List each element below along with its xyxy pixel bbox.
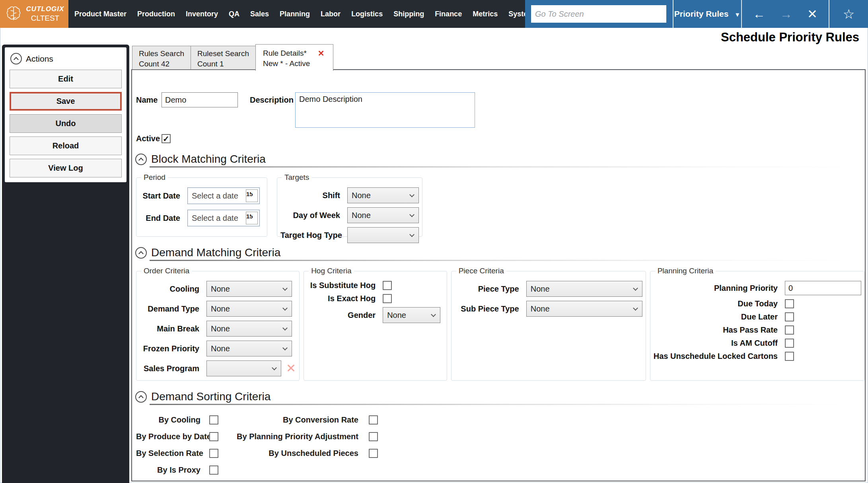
end-date-input[interactable]: Select a date 15 [187, 210, 260, 226]
planning-priority-input[interactable] [785, 281, 861, 295]
goto-screen-input[interactable] [531, 5, 666, 23]
cooling-select[interactable]: None [206, 281, 292, 297]
menu-system[interactable]: System [508, 10, 525, 18]
block-matching-body: Period Start Date Select a date 15 End D… [136, 173, 865, 237]
gender-row: Gender None [307, 307, 444, 323]
back-icon[interactable]: ← [753, 8, 765, 20]
by-produce-by-date-checkbox[interactable]: ✓ [209, 432, 218, 441]
demand-matching-body: Order Criteria Cooling None Demand Type … [136, 267, 865, 381]
tab-rule-details[interactable]: Rule Details* ✕ New * - Active [255, 44, 333, 71]
environment-name: CLTEST [31, 14, 59, 23]
start-date-input[interactable]: Select a date 15 [187, 187, 260, 204]
active-label: Active [136, 134, 162, 143]
section-divider [150, 166, 858, 167]
demand-sorting-body: By Cooling ✓ By Conversion Rate ✓ By Pro… [136, 411, 865, 478]
sorting-row: By Cooling ✓ By Conversion Rate ✓ [136, 411, 865, 428]
chevron-down-icon: ▼ [734, 10, 740, 18]
menu-qa[interactable]: QA [229, 10, 239, 18]
target-hog-type-label: Target Hog Type [280, 231, 340, 240]
cooling-row: Cooling None [140, 281, 296, 297]
sales-program-select[interactable] [206, 360, 281, 376]
shift-select[interactable]: None [347, 187, 419, 203]
sub-piece-type-label: Sub Piece Type [455, 304, 519, 314]
collapse-actions-button[interactable] [10, 53, 22, 64]
frozen-priority-select[interactable]: None [206, 341, 292, 356]
piece-type-select[interactable]: None [526, 281, 642, 297]
by-conversion-rate-checkbox[interactable]: ✓ [369, 415, 378, 425]
gender-select[interactable]: None [383, 307, 440, 323]
has-pass-rate-checkbox[interactable]: ✓ [785, 325, 794, 335]
menu-inventory[interactable]: Inventory [186, 10, 218, 18]
collapse-demand-sorting-button[interactable] [135, 391, 147, 403]
close-screen-icon[interactable]: ✕ [807, 8, 817, 20]
by-unscheduled-pieces-checkbox[interactable]: ✓ [369, 449, 378, 458]
favorite-star-icon[interactable]: ☆ [843, 8, 855, 21]
by-planning-priority-adjustment-checkbox[interactable]: ✓ [369, 432, 378, 441]
menu-shipping[interactable]: Shipping [393, 10, 424, 18]
target-hog-type-select[interactable] [347, 227, 419, 243]
by-cooling-checkbox[interactable]: ✓ [209, 415, 218, 425]
shift-label: Shift [280, 191, 340, 200]
has-unschedule-locked-cartons-checkbox[interactable]: ✓ [785, 352, 794, 361]
sub-piece-type-select[interactable]: None [526, 301, 642, 317]
menu-production[interactable]: Production [137, 10, 175, 18]
chevron-down-icon [409, 192, 415, 197]
forward-icon[interactable]: → [780, 8, 792, 20]
calendar-icon[interactable]: 15 [246, 189, 258, 202]
logo-text: CUTLOGIX CLTEST [26, 5, 64, 23]
piece-criteria-legend: Piece Criteria [456, 267, 506, 275]
is-exact-hog-label: Is Exact Hog [307, 294, 376, 303]
collapse-demand-matching-button[interactable] [135, 247, 147, 259]
by-planning-priority-adjustment-label: By Planning Priority Adjustment [218, 432, 358, 441]
planning-priority-label: Planning Priority [654, 284, 778, 293]
main-menu: Product Master Production Inventory QA S… [68, 0, 525, 28]
tab-rules-search[interactable]: Rules Search Count 42 [132, 46, 191, 70]
menu-product-master[interactable]: Product Master [74, 10, 127, 18]
clear-sales-program-icon[interactable]: ✕ [286, 362, 296, 374]
save-button[interactable]: Save [10, 92, 122, 111]
due-today-checkbox[interactable]: ✓ [785, 299, 794, 308]
by-selection-rate-checkbox[interactable]: ✓ [209, 449, 218, 458]
demand-type-select[interactable]: None [206, 301, 292, 317]
edit-button[interactable]: Edit [10, 70, 122, 88]
day-of-week-select[interactable]: None [347, 207, 419, 223]
tab-close-icon[interactable]: ✕ [318, 49, 325, 57]
due-later-checkbox[interactable]: ✓ [785, 312, 794, 321]
due-today-row: Due Today ✓ [654, 299, 861, 308]
calendar-icon[interactable]: 15 [246, 212, 258, 224]
main-break-select[interactable]: None [206, 321, 292, 337]
description-textarea[interactable]: Demo Description [295, 92, 475, 128]
is-am-cutoff-checkbox[interactable]: ✓ [785, 339, 794, 348]
active-checkbox[interactable]: ✓ [162, 134, 171, 143]
actions-title: Actions [26, 54, 53, 64]
menu-metrics[interactable]: Metrics [473, 10, 498, 18]
reload-button[interactable]: Reload [10, 136, 122, 155]
main-area: Rules Search Count 42 Ruleset Search Cou… [131, 44, 866, 481]
name-input[interactable] [162, 92, 238, 107]
tab-ruleset-search[interactable]: Ruleset Search Count 1 [191, 46, 256, 70]
menu-sales[interactable]: Sales [250, 10, 269, 18]
is-exact-hog-row: Is Exact Hog ✓ [307, 294, 444, 303]
menu-planning[interactable]: Planning [280, 10, 310, 18]
piece-type-label: Piece Type [455, 284, 519, 294]
chevron-down-icon [272, 365, 277, 370]
chevron-down-icon [409, 212, 415, 217]
view-log-button[interactable]: View Log [10, 159, 122, 177]
chevron-up-icon [14, 57, 19, 62]
menu-logistics[interactable]: Logistics [351, 10, 383, 18]
is-substitute-hog-label: Is Substitute Hog [307, 281, 376, 290]
collapse-block-matching-button[interactable] [135, 154, 147, 165]
is-exact-hog-checkbox[interactable]: ✓ [383, 294, 392, 303]
tab-label: Ruleset Search [197, 49, 249, 59]
chevron-down-icon [282, 306, 288, 311]
is-substitute-hog-checkbox[interactable]: ✓ [383, 281, 392, 290]
screen-selector-dropdown[interactable]: Priority Rules ▼ [673, 0, 741, 28]
sorting-row: By Produce by Date ✓ By Planning Priorit… [136, 428, 865, 445]
menu-finance[interactable]: Finance [435, 10, 462, 18]
is-am-cutoff-label: Is AM Cutoff [654, 339, 778, 348]
menu-labor[interactable]: Labor [321, 10, 341, 18]
demand-matching-header: Demand Matching Criteria [135, 246, 865, 259]
checkmark-icon: ✓ [163, 135, 169, 143]
by-is-proxy-checkbox[interactable]: ✓ [209, 465, 218, 475]
undo-button[interactable]: Undo [10, 114, 122, 133]
